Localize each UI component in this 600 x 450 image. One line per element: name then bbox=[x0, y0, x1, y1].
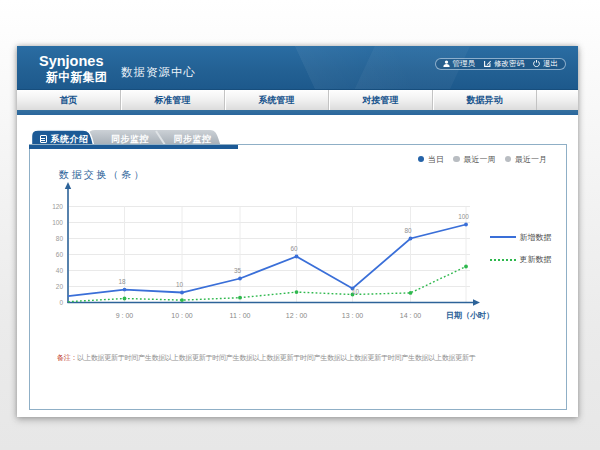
logout-label: 退出 bbox=[543, 59, 558, 69]
content-panel: 当日 最近一周 最近一月 数据交换（条） 0204060801001209 : … bbox=[29, 144, 567, 410]
nav-item-standard-mgmt[interactable]: 标准管理 bbox=[121, 90, 225, 110]
svg-text:20: 20 bbox=[56, 283, 64, 290]
user-toolbar: 管理员 修改密码 退出 bbox=[435, 58, 567, 71]
power-icon bbox=[533, 60, 540, 67]
nav-item-interface-mgmt[interactable]: 对接管理 bbox=[329, 90, 433, 110]
footnote-prefix: 备注： bbox=[57, 354, 77, 361]
header-decor bbox=[178, 46, 478, 90]
nav-accent-strip bbox=[17, 110, 578, 115]
svg-text:100: 100 bbox=[458, 213, 469, 220]
active-tab-underline bbox=[29, 145, 238, 149]
svg-text:12 : 00: 12 : 00 bbox=[286, 312, 308, 319]
svg-text:35: 35 bbox=[234, 267, 242, 274]
svg-text:10 : 00: 10 : 00 bbox=[171, 312, 193, 319]
svg-text:0: 0 bbox=[59, 299, 63, 306]
document-icon bbox=[40, 135, 47, 143]
x-axis-title: 日期（小时） bbox=[446, 310, 494, 321]
nav-item-data-change[interactable]: 数据异动 bbox=[433, 90, 537, 110]
logo-text-cn: 新中新集团 bbox=[46, 71, 107, 84]
legend-new-data[interactable]: 新增数据 bbox=[490, 226, 552, 249]
company-logo[interactable]: Synjones 新中新集团 bbox=[39, 54, 107, 84]
footnote-text: 以上数据更新于时间产生数据以上数据更新于时间产生数据以上数据更新于时间产生数据以… bbox=[77, 354, 475, 361]
nav-item-system-mgmt[interactable]: 系统管理 bbox=[225, 90, 329, 110]
svg-text:60: 60 bbox=[290, 245, 298, 252]
svg-text:40: 40 bbox=[56, 267, 64, 274]
nav-item-home[interactable]: 首页 bbox=[17, 90, 121, 110]
svg-text:14 : 00: 14 : 00 bbox=[400, 312, 422, 319]
svg-text:13 : 00: 13 : 00 bbox=[342, 312, 364, 319]
user-name: 管理员 bbox=[453, 59, 476, 69]
footnote: 备注：以上数据更新于时间产生数据以上数据更新于时间产生数据以上数据更新于时间产生… bbox=[57, 353, 476, 363]
app-header: Synjones 新中新集团 数据资源中心 管理员 修改密码 退出 bbox=[17, 46, 578, 90]
logo-text-en: Synjones bbox=[39, 54, 107, 68]
legend-line-sample bbox=[490, 259, 516, 261]
svg-text:9 : 00: 9 : 00 bbox=[116, 312, 134, 319]
edit-icon bbox=[484, 60, 491, 67]
legend-line-sample bbox=[490, 236, 516, 238]
user-icon bbox=[443, 60, 450, 67]
svg-text:100: 100 bbox=[52, 219, 63, 226]
svg-text:80: 80 bbox=[404, 227, 412, 234]
svg-text:10: 10 bbox=[176, 281, 184, 288]
svg-text:10: 10 bbox=[352, 288, 360, 295]
logout-button[interactable]: 退出 bbox=[533, 59, 558, 69]
app-title: 数据资源中心 bbox=[121, 65, 196, 80]
main-nav: 首页 标准管理 系统管理 对接管理 数据异动 bbox=[17, 90, 578, 110]
svg-text:60: 60 bbox=[56, 251, 64, 258]
legend-label: 新增数据 bbox=[520, 232, 552, 243]
svg-text:120: 120 bbox=[52, 203, 63, 210]
app-window: Synjones 新中新集团 数据资源中心 管理员 修改密码 退出 首页 标准管… bbox=[17, 46, 578, 417]
line-chart: 0204060801001209 : 0010 : 0011 : 0012 : … bbox=[30, 145, 566, 409]
legend-label: 更新数据 bbox=[520, 254, 552, 265]
user-menu[interactable]: 管理员 bbox=[443, 59, 476, 69]
svg-text:80: 80 bbox=[56, 235, 64, 242]
svg-text:18: 18 bbox=[118, 278, 126, 285]
change-password-label: 修改密码 bbox=[494, 59, 524, 69]
legend-update-data[interactable]: 更新数据 bbox=[490, 249, 552, 272]
svg-text:11 : 00: 11 : 00 bbox=[230, 312, 251, 319]
chart-legend: 新增数据 更新数据 bbox=[490, 226, 552, 271]
change-password-button[interactable]: 修改密码 bbox=[484, 59, 524, 69]
